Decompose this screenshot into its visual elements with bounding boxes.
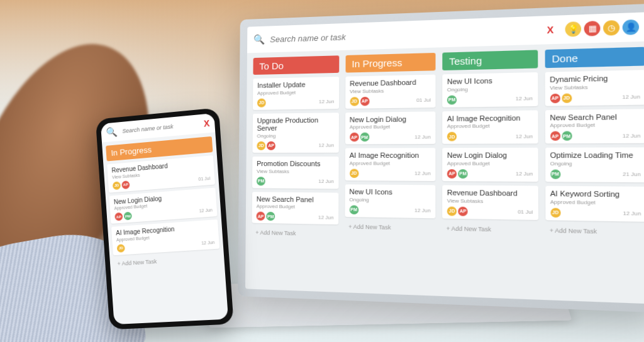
laptop: 🔍 X 💡▦◷👤 To DoInstaller UpdateApproved B… [238,3,644,313]
assignee-list: JD [257,98,266,107]
card-title: New Search Panel [550,112,640,121]
assignee-avatar: JD [550,207,560,218]
card-date: 12 Jun [516,171,533,177]
card-date: 12 Jun [318,214,334,221]
add-task-button[interactable]: + Add New Task [442,222,538,236]
assignee-avatar: JD [257,98,266,107]
card-date: 12 Jun [414,207,431,214]
search-icon: 🔍 [253,34,265,46]
phone: 🔍 X In ProgressRevenue DashboardView Sub… [96,108,234,329]
task-card[interactable]: New Login DialogApproved BudgetAPPM12 Ju… [109,187,218,224]
assignee-list: PM [447,95,457,104]
card-date: 12 Jun [516,133,533,140]
task-card[interactable]: New Login DialogApproved BudgetAPPM12 Ju… [442,148,538,182]
assignee-avatar: JD [349,168,358,178]
assignee-list: JD [349,168,358,178]
card-subtitle: Ongoing [349,197,430,204]
card-subtitle: Approved Budget [447,123,533,130]
task-card[interactable]: AI Image RecognitionApproved BudgetJD12 … [345,148,435,181]
assignee-avatar: JD [117,244,125,253]
card-title: AI Image Recognition [350,152,431,160]
search-icon: 🔍 [106,126,118,138]
add-task-button[interactable]: + Add New Task [252,227,338,240]
task-card[interactable]: Promotion DiscountsView SubtasksPM12 Jun [252,157,338,189]
card-subtitle: View Subtasks [257,168,334,175]
card-title: Upgrade Production Server [257,116,335,133]
card-title: Installer Update [257,80,334,89]
assignee-avatar: AP [256,212,265,221]
assignee-list: JD [447,132,457,141]
card-title: Revenue Dashboard [447,189,533,198]
card-subtitle: Approved Budget [350,124,431,130]
task-card[interactable]: Optimize Loading TimeOngoingPM21 Jun [545,148,644,182]
task-card[interactable]: AI Keyword SortingApproved BudgetJD12 Ju… [545,186,644,222]
task-card[interactable]: AI Image RecognitionApproved BudgetJD12 … [111,219,219,255]
card-title: New UI Icons [447,76,533,86]
task-card[interactable]: Upgrade Production ServerOngoingJDAP12 J… [252,113,338,153]
assignee-avatar: AP [550,93,560,102]
add-task-button[interactable]: + Add New Task [345,221,435,234]
calendar-icon[interactable]: ▦ [584,21,601,36]
card-subtitle: View Subtasks [550,83,640,91]
phone-clear-search-button[interactable]: X [203,118,209,129]
column-header: Testing [442,50,537,70]
task-card[interactable]: Installer UpdateApproved BudgetJD12 Jun [253,77,339,110]
kanban-app: 🔍 X 💡▦◷👤 To DoInstaller UpdateApproved B… [245,12,644,304]
card-subtitle: Approved Budget [350,160,431,167]
card-title: Promotion Discounts [257,160,334,168]
assignee-list: PM [550,169,560,179]
assignee-list: APPM [114,212,132,221]
card-title: New Login Dialog [350,114,431,123]
assignee-avatar: AP [360,96,369,106]
assignee-avatar: JD [113,181,121,190]
task-card[interactable]: Revenue DashboardView SubtasksJDAP01 Jul [442,185,538,219]
task-card[interactable]: New Search PanelApproved BudgetAPPM12 Ju… [545,109,644,144]
clear-search-button[interactable]: X [547,25,553,36]
assignee-avatar: PM [458,169,467,179]
card-date: 12 Jun [516,96,533,102]
task-card[interactable]: Dynamic PricingView SubtasksAPJD12 Jun [545,70,644,106]
column-done: DoneDynamic PricingView SubtasksAPJD12 J… [545,47,644,239]
task-card[interactable]: New UI IconsOngoingPM12 Jun [442,72,538,108]
assignee-list: JDAP [257,141,275,150]
card-title: New UI Icons [349,187,430,196]
assignee-avatar: JD [562,93,572,102]
task-card[interactable]: Revenue DashboardView SubtasksJDAP01 Jul [345,75,436,109]
clock-icon[interactable]: ◷ [603,20,619,36]
assignee-list: APPM [256,212,275,221]
column-header: Done [545,47,644,69]
card-subtitle: Approved Budget [447,160,533,167]
add-task-button[interactable]: + Add New Task [545,224,644,238]
avatar-icon[interactable]: 👤 [623,19,639,35]
search-input[interactable] [270,25,541,44]
task-card[interactable]: New Login DialogApproved BudgetAPPM12 Ju… [345,111,435,145]
kanban-board: To DoInstaller UpdateApproved BudgetJD12… [245,41,644,304]
assignee-list: APJD [550,93,572,103]
card-subtitle: Approved Budget [550,122,640,129]
card-date: 12 Jun [199,207,213,213]
task-card[interactable]: New Search PanelApproved BudgetAPPM12 Ju… [252,192,338,225]
idea-icon[interactable]: 💡 [565,21,582,37]
phone-search-input[interactable] [122,121,199,134]
card-subtitle: Ongoing [257,133,335,139]
phone-add-task-button[interactable]: + Add New Task [113,251,220,269]
task-card[interactable]: New UI IconsOngoingPM12 Jun [345,184,435,218]
assignee-avatar: JD [257,141,265,150]
card-date: 12 Jun [318,179,334,184]
card-date: 01 Jul [518,209,533,215]
assignee-avatar: AP [350,133,359,142]
card-title: New Search Panel [257,195,334,204]
card-date: 12 Jun [319,143,335,148]
task-card[interactable]: Revenue DashboardView SubtasksJDAP01 Jul [107,155,215,192]
card-title: Dynamic Pricing [550,74,640,84]
card-date: 12 Jun [201,240,215,245]
column-todo: To DoInstaller UpdateApproved BudgetJD12… [252,55,338,240]
task-card[interactable]: AI Image RecognitionApproved BudgetJD12 … [442,110,538,144]
assignee-avatar: PM [447,95,457,104]
assignee-list: APPM [350,133,369,142]
assignee-avatar: AP [114,212,123,221]
assignee-list: JDAP [113,180,130,190]
card-subtitle: Ongoing [447,85,533,92]
card-title: AI Keyword Sorting [550,189,641,199]
assignee-list: JDAP [350,96,369,106]
